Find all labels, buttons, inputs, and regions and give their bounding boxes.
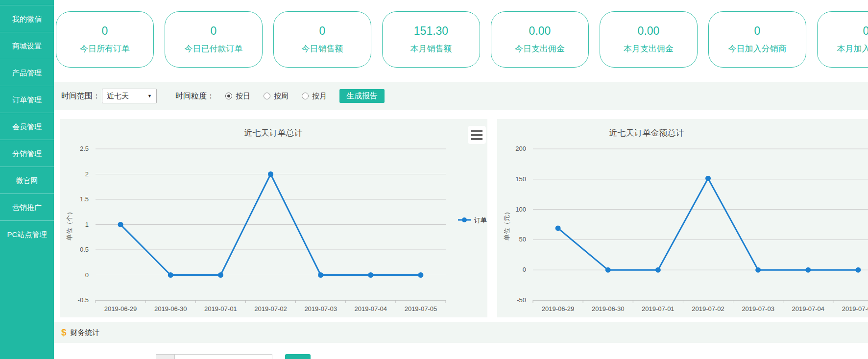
- sidebar-item-marketing[interactable]: 营销推广: [0, 193, 54, 220]
- svg-text:-0.5: -0.5: [78, 296, 89, 304]
- sidebar-item-distribution[interactable]: 分销管理: [0, 140, 54, 167]
- order-amount-chart-panel: 近七天订单金额总计200150100500-502019-06-292019-0…: [497, 119, 868, 317]
- stat-label: 今日已付款订单: [185, 43, 243, 54]
- svg-text:2019-07-02: 2019-07-02: [254, 305, 287, 312]
- svg-text:2.5: 2.5: [80, 145, 89, 152]
- stat-value: 0: [754, 24, 761, 38]
- orders-chart-panel: 近七天订单总计2.521.510.50-0.52019-06-292019-06…: [60, 119, 487, 317]
- time-range-label: 时间范围：: [61, 91, 100, 101]
- main-content: 0 今日所有订单 0 今日已付款订单 0 今日销售额 151.30 本月销售额 …: [54, 0, 868, 359]
- granularity-radio[interactable]: 按日: [225, 92, 250, 101]
- finance-input-group: [156, 354, 272, 359]
- sidebar-item-members[interactable]: 会员管理: [0, 113, 54, 140]
- svg-text:200: 200: [515, 145, 526, 152]
- svg-text:1.5: 1.5: [80, 195, 89, 203]
- stat-value: 0: [211, 24, 217, 38]
- svg-text:2019-07-03: 2019-07-03: [742, 305, 774, 312]
- chart-menu-icon[interactable]: [468, 126, 486, 144]
- stat-card-month-commission: 0.00 本月支出佣金: [600, 11, 698, 68]
- svg-text:订单: 订单: [474, 216, 487, 224]
- sidebar: 我的微信 商城设置 产品管理 订单管理 会员管理 分销管理 微官网 营销推广 P…: [0, 0, 54, 359]
- svg-text:2019-07-05: 2019-07-05: [405, 305, 437, 312]
- svg-text:50: 50: [519, 236, 526, 243]
- svg-text:2019-07-02: 2019-07-02: [692, 305, 724, 312]
- svg-text:2019-07-01: 2019-07-01: [642, 305, 675, 312]
- stat-label: 今日销售额: [302, 43, 343, 54]
- svg-text:2019-07-04: 2019-07-04: [355, 305, 387, 312]
- stat-value: 0.00: [638, 24, 660, 38]
- svg-text:单位（元）: 单位（元）: [503, 209, 510, 240]
- stat-card-month-sales: 151.30 本月销售额: [382, 11, 480, 68]
- stat-label: 本月销售额: [410, 43, 452, 54]
- sidebar-item-pc-site[interactable]: PC站点管理: [0, 220, 54, 247]
- svg-text:-50: -50: [517, 296, 526, 304]
- line-chart-svg: 近七天订单总计2.521.510.50-0.52019-06-292019-06…: [60, 119, 487, 317]
- radio-icon: [225, 93, 232, 99]
- svg-text:100: 100: [515, 206, 526, 213]
- radio-label: 按周: [274, 92, 289, 101]
- sidebar-item-my-wechat[interactable]: 我的微信: [0, 5, 54, 32]
- svg-text:2019-06-30: 2019-06-30: [592, 305, 625, 312]
- svg-text:2019-06-29: 2019-06-29: [542, 305, 575, 312]
- stat-label: 今日支出佣金: [515, 43, 565, 54]
- svg-text:单位（个）: 单位（个）: [66, 209, 73, 240]
- stat-value: 0: [102, 24, 108, 38]
- granularity-radio-group: 按日 按周 按月: [225, 92, 327, 101]
- svg-text:2019-07-04: 2019-07-04: [792, 305, 825, 312]
- stat-label: 本月支出佣金: [624, 43, 674, 54]
- time-range-selected-value: 近七天: [107, 92, 129, 101]
- svg-text:0: 0: [523, 266, 526, 273]
- charts-row: 近七天订单总计2.521.510.50-0.52019-06-292019-06…: [54, 119, 868, 317]
- finance-submit-button[interactable]: [285, 354, 311, 359]
- sidebar-item-products[interactable]: 产品管理: [0, 59, 54, 86]
- svg-text:0: 0: [85, 271, 89, 279]
- radio-icon: [264, 93, 270, 99]
- sidebar-item-orders[interactable]: 订单管理: [0, 86, 54, 113]
- stat-value: 0: [863, 24, 868, 38]
- radio-icon: [302, 93, 309, 99]
- radio-label: 按月: [312, 92, 327, 101]
- stat-cards-row: 0 今日所有订单 0 今日已付款订单 0 今日销售额 151.30 本月销售额 …: [54, 0, 868, 82]
- stat-value: 0.00: [529, 24, 551, 38]
- svg-text:2019-07-03: 2019-07-03: [304, 305, 337, 312]
- finance-text-input[interactable]: [174, 354, 272, 359]
- dollar-icon: $: [61, 327, 67, 338]
- svg-text:2: 2: [85, 170, 89, 178]
- stat-card-today-commission: 0.00 今日支出佣金: [491, 11, 589, 68]
- stat-value: 0: [319, 24, 326, 38]
- stat-card-today-orders: 0 今日所有订单: [56, 11, 154, 68]
- svg-text:近七天订单总计: 近七天订单总计: [244, 128, 303, 138]
- svg-text:0.5: 0.5: [80, 246, 89, 253]
- filter-bar: 时间范围： 近七天 ▼ 时间粒度： 按日 按周 按月 生成报告: [54, 82, 868, 110]
- chart-legend[interactable]: 订单: [458, 216, 487, 224]
- sidebar-stub: [0, 0, 54, 5]
- granularity-radio[interactable]: 按月: [302, 92, 327, 101]
- svg-text:150: 150: [515, 175, 526, 183]
- input-addon: [156, 354, 174, 359]
- stat-card-today-sales: 0 今日销售额: [273, 11, 371, 68]
- finance-section-header: $ 财务统计: [54, 322, 868, 343]
- svg-text:2019-07-01: 2019-07-01: [204, 305, 237, 312]
- granularity-radio[interactable]: 按周: [264, 92, 289, 101]
- line-chart-svg: 近七天订单金额总计200150100500-502019-06-292019-0…: [497, 119, 868, 317]
- chevron-down-icon: ▼: [147, 94, 152, 98]
- stat-card-today-paid-orders: 0 今日已付款订单: [165, 11, 263, 68]
- stat-label: 今日加入分销商: [728, 43, 787, 54]
- stat-label: 今日所有订单: [80, 43, 130, 54]
- sidebar-item-mall-settings[interactable]: 商城设置: [0, 32, 54, 59]
- generate-report-button[interactable]: 生成报告: [339, 89, 385, 103]
- stat-label: 本月加入分销商: [837, 43, 868, 54]
- granularity-label: 时间粒度：: [175, 91, 215, 101]
- stat-value: 151.30: [414, 24, 448, 38]
- radio-label: 按日: [236, 92, 250, 101]
- time-range-select[interactable]: 近七天 ▼: [102, 89, 157, 103]
- stat-card-month-distributors: 0 本月加入分销商: [817, 11, 868, 68]
- svg-text:近七天订单金额总计: 近七天订单金额总计: [609, 128, 684, 138]
- svg-text:2019-07-05: 2019-07-05: [842, 305, 868, 312]
- bottom-strip: [54, 343, 868, 359]
- svg-text:1: 1: [85, 221, 89, 228]
- svg-text:2019-06-29: 2019-06-29: [104, 305, 137, 312]
- sidebar-item-micro-site[interactable]: 微官网: [0, 167, 54, 193]
- finance-section-title: 财务统计: [71, 328, 100, 337]
- svg-text:2019-06-30: 2019-06-30: [154, 305, 187, 312]
